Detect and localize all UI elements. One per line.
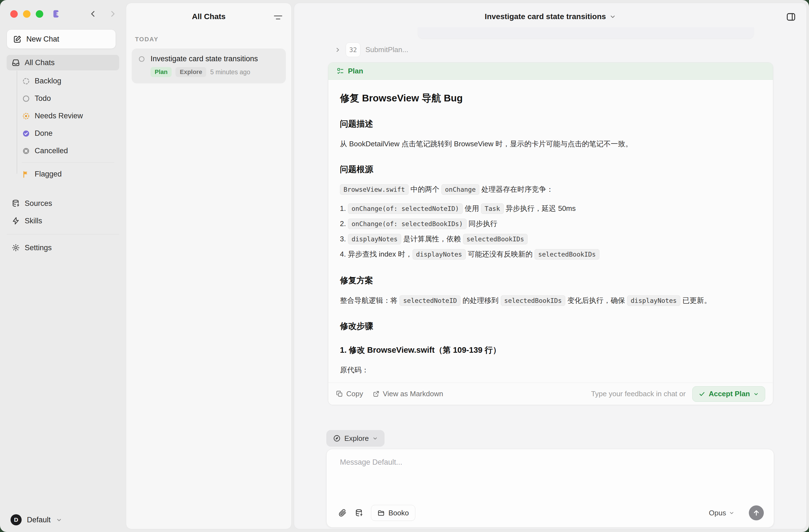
- conversation-title-button[interactable]: Investigate card state transitions: [294, 12, 807, 21]
- section-label-today: TODAY: [135, 36, 159, 43]
- model-label: Opus: [709, 509, 726, 517]
- chevron-down-icon: [609, 13, 616, 20]
- plan-heading: 问题根源: [340, 163, 761, 175]
- right-panel-toggle-button[interactable]: [785, 11, 797, 23]
- chevron-down-icon: [56, 517, 62, 523]
- message-input[interactable]: [340, 458, 760, 500]
- app-logo-icon: [52, 10, 61, 18]
- sidebar-item-label: Done: [35, 129, 53, 138]
- plan-list-item: 1. onChange(of: selectedNoteID) 使用 Task …: [340, 202, 761, 215]
- plan-paragraph: 原代码：: [340, 364, 761, 376]
- plan-list-item: 4. 异步查找 index 时，displayNotes 可能还没有反映新的 s…: [340, 248, 761, 261]
- chevron-down-icon: [372, 436, 378, 441]
- plan-paragraph: BrowseView.swift 中的两个 onChange 处理器存在时序竞争…: [340, 183, 761, 195]
- send-button[interactable]: [749, 506, 764, 520]
- plan-paragraph: 从 BookDetailView 点击笔记跳转到 BrowseView 时，显示…: [340, 138, 761, 149]
- sidebar: New Chat All Chats Backlog Todo: [0, 0, 126, 532]
- new-chat-label: New Chat: [26, 35, 59, 43]
- feedback-hint: Type your feedback in chat or: [591, 390, 686, 398]
- explore-badge: Explore: [175, 67, 206, 77]
- dashed-circle-icon: [22, 77, 30, 85]
- attach-file-button[interactable]: [338, 508, 347, 518]
- check-icon: [699, 391, 705, 397]
- chat-item-timestamp: 5 minutes ago: [210, 68, 250, 76]
- view-as-markdown-button[interactable]: View as Markdown: [373, 390, 443, 398]
- model-selector-button[interactable]: Opus: [709, 509, 735, 517]
- workspace-name: Default: [27, 516, 51, 524]
- copy-icon: [336, 390, 343, 397]
- chat-list-item[interactable]: Investigate card state transitions Plan …: [132, 49, 286, 84]
- sidebar-item-sources[interactable]: Sources: [7, 196, 119, 211]
- sidebar-item-label: Settings: [25, 244, 52, 252]
- accept-plan-button[interactable]: Accept Plan: [692, 386, 765, 402]
- plan-heading: 修复 BrowseView 导航 Bug: [340, 92, 761, 104]
- mode-selector-button[interactable]: Explore: [326, 430, 384, 447]
- sidebar-item-flagged[interactable]: Flagged: [7, 165, 119, 183]
- paperclip-icon: [338, 509, 347, 517]
- status-circle-icon: [138, 56, 145, 63]
- plan-paragraph: 整合导航逻辑：将 selectedNoteID 的处理移到 selectedBo…: [340, 295, 761, 306]
- sidebar-item-done[interactable]: Done: [7, 125, 119, 142]
- conversation-panel: Investigate card state transitions 32 Su…: [294, 3, 807, 529]
- sidebar-item-settings[interactable]: Settings: [7, 240, 119, 255]
- project-button[interactable]: Booko: [371, 505, 415, 521]
- arrow-up-icon: [753, 509, 760, 517]
- project-label: Booko: [389, 509, 409, 517]
- inbox-icon: [12, 58, 20, 67]
- sources-button[interactable]: [354, 508, 364, 518]
- plan-heading: 1. 修改 BrowseView.swift（第 109-139 行）: [340, 344, 761, 356]
- sidebar-item-needs-review[interactable]: Needs Review: [7, 107, 119, 125]
- inline-code: onChange(of: selectedBookIDs): [348, 219, 467, 229]
- database-icon: [355, 509, 363, 517]
- sidebar-item-todo[interactable]: Todo: [7, 90, 119, 107]
- sidebar-divider: [7, 234, 119, 234]
- chat-item-title: Investigate card state transitions: [151, 55, 258, 63]
- inline-code: onChange: [441, 184, 479, 195]
- plan-heading: 修复方案: [340, 274, 761, 286]
- tool-call-row[interactable]: 32 SubmitPlan...: [334, 42, 408, 57]
- sidebar-item-label: Todo: [35, 94, 51, 103]
- message-composer: Booko Opus: [326, 449, 774, 528]
- zoom-button[interactable]: [36, 10, 43, 18]
- tree-indent-line: [17, 71, 17, 174]
- inline-code: selectedBookIDs: [463, 234, 528, 244]
- back-button[interactable]: [89, 10, 98, 18]
- inline-code: selectedBookIDs: [501, 295, 566, 306]
- plan-ordered-list: 1. onChange(of: selectedNoteID) 使用 Task …: [340, 202, 761, 261]
- circle-icon: [22, 95, 30, 103]
- minimize-button[interactable]: [23, 10, 31, 18]
- inline-code: BrowseView.swift: [340, 184, 409, 195]
- sidebar-item-label: Needs Review: [35, 112, 83, 120]
- workspace-avatar: D: [11, 514, 22, 525]
- close-button[interactable]: [10, 10, 18, 18]
- external-link-icon: [373, 390, 380, 397]
- check-circle-icon: [22, 130, 30, 138]
- filter-button[interactable]: [273, 13, 283, 22]
- x-circle-icon: [22, 147, 30, 155]
- sidebar-item-skills[interactable]: Skills: [7, 213, 119, 229]
- conversation-title: Investigate card state transitions: [485, 12, 606, 21]
- app-window: New Chat All Chats Backlog Todo: [0, 0, 809, 532]
- composer-toolbar: Booko Opus: [338, 504, 764, 521]
- copy-button[interactable]: Copy: [336, 390, 363, 398]
- database-icon: [12, 199, 20, 208]
- tool-call-label: SubmitPlan...: [365, 46, 408, 54]
- sidebar-item-label: Skills: [25, 217, 42, 225]
- new-chat-button[interactable]: New Chat: [7, 29, 116, 49]
- forward-button[interactable]: [108, 10, 117, 18]
- new-chat-icon: [13, 35, 22, 43]
- workspace-switcher[interactable]: D Default: [11, 514, 62, 525]
- sidebar-item-cancelled[interactable]: Cancelled: [7, 142, 119, 160]
- gear-icon: [12, 244, 20, 252]
- scrolled-message-remnant: [418, 28, 754, 38]
- sidebar-item-label: All Chats: [25, 58, 55, 67]
- plan-card-footer: Copy View as Markdown Type your feedback…: [328, 383, 773, 405]
- mode-selector-label: Explore: [344, 434, 369, 443]
- chat-list-title: All Chats: [126, 12, 291, 21]
- flag-icon: [22, 171, 30, 178]
- sidebar-item-label: Sources: [25, 199, 52, 208]
- plan-card-body: 修复 BrowseView 导航 Bug问题描述从 BookDetailView…: [328, 80, 773, 383]
- inline-code: selectedBookIDs: [535, 249, 599, 260]
- sidebar-item-backlog[interactable]: Backlog: [7, 72, 119, 90]
- sidebar-item-all-chats[interactable]: All Chats: [7, 55, 119, 70]
